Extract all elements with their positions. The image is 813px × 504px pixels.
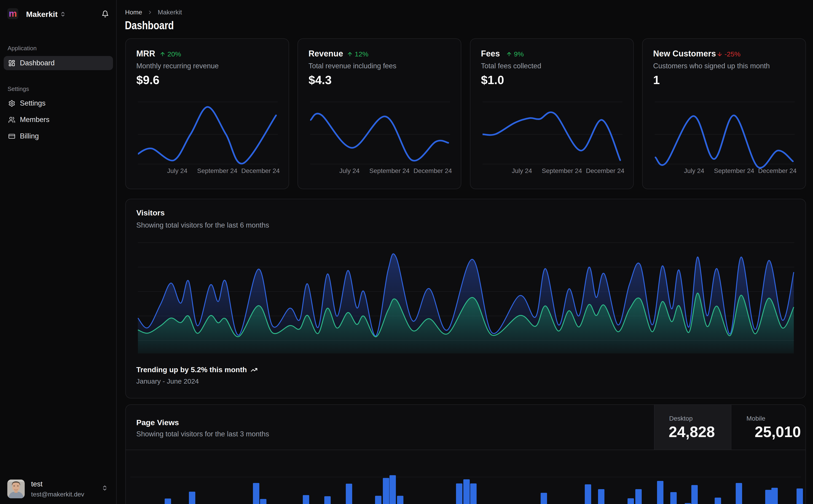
svg-text:m: m	[9, 8, 17, 19]
